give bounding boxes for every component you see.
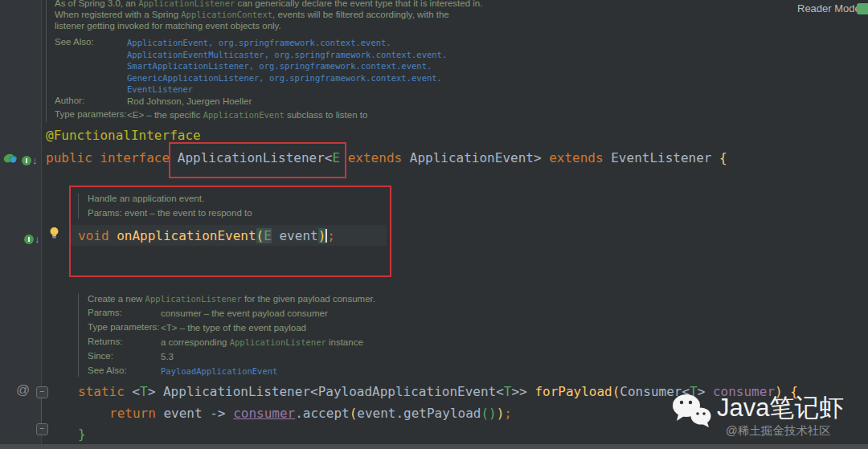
type-params-label: Type parameters:: [88, 322, 159, 332]
code-token: <E> – the specific: [127, 110, 203, 120]
code-token: event: [163, 406, 210, 421]
code-token: extends: [549, 150, 611, 165]
type-params-value: <E> – the specific ApplicationEvent subc…: [127, 109, 367, 120]
watermark-title: Java笔记虾: [717, 391, 844, 425]
code-token: ->: [210, 406, 233, 421]
code-token: forPayload: [534, 384, 612, 399]
reader-mode-label[interactable]: Reader Mode: [797, 2, 861, 14]
annotation-box-method: [69, 186, 391, 277]
fold-marker-icon[interactable]: −: [36, 423, 48, 435]
doc-comment-guide: [78, 293, 79, 377]
javadoc-line: As of Spring 3.0, an ApplicationListener…: [55, 0, 482, 9]
code-token: , events will be filtered accordingly, w…: [272, 10, 449, 19]
code-token: @FunctionalInterface: [46, 128, 201, 143]
code-token: ApplicationListener: [138, 0, 235, 8]
returns-value: a corresponding ApplicationListener inst…: [161, 337, 363, 348]
see-also-link[interactable]: ApplicationEventMulticaster, org.springf…: [127, 49, 447, 60]
params-label: Params:: [88, 308, 122, 317]
see-also-label: See Also:: [55, 37, 94, 47]
code-token: ApplicationListener: [230, 337, 326, 347]
code-token: (: [481, 406, 489, 421]
code-token: can generically declare the event type t…: [235, 0, 482, 8]
javadoc-line: listener getting invoked for matching ev…: [55, 20, 281, 31]
code-token: public interface: [46, 150, 178, 165]
code-token: .: [295, 406, 303, 421]
implemented-marker-icon[interactable]: ↓: [24, 231, 40, 246]
code-token: GenericApplicationListener, org.springfr…: [127, 73, 442, 83]
code-token: ApplicationEvent: [203, 110, 285, 120]
author-value: Rod Johnson, Juergen Hoeller: [127, 96, 252, 107]
see-also-link[interactable]: SmartApplicationListener, org.springfram…: [127, 60, 432, 71]
code-token: SmartApplicationListener, org.springfram…: [127, 61, 432, 71]
code-token: }: [78, 427, 86, 442]
since-label: Since:: [88, 351, 113, 361]
see-also-link[interactable]: ApplicationEvent, org.springframework.co…: [127, 37, 391, 48]
code-token: ApplicationEvent, org.springframework.co…: [127, 38, 391, 47]
gear-icon[interactable]: [857, 3, 868, 14]
ide-editor: Reader Mode As of Spring 3.0, an Applica…: [0, 0, 868, 449]
code-token: accept: [303, 406, 350, 421]
code-token: <: [132, 384, 140, 399]
code-token: ApplicationListener<PayloadApplicationEv…: [163, 384, 504, 399]
code-token: T: [140, 384, 148, 399]
code-token: 5.3: [161, 352, 174, 361]
code-token: return: [109, 406, 163, 421]
code-token: ApplicationEventMulticaster, org.springf…: [127, 50, 447, 59]
type-params-value: <T> – the type of the event payload: [161, 322, 306, 333]
code-token: >>: [511, 384, 534, 399]
implemented-marker-icon[interactable]: ↓: [22, 153, 38, 167]
see-also-label: See Also:: [88, 365, 127, 375]
code-token: ): [497, 406, 505, 421]
code-token: ApplicationContext: [181, 10, 272, 19]
code-token: Create a new: [88, 294, 145, 304]
code-token: {: [719, 150, 727, 165]
javadoc-line: When registered with a Spring Applicatio…: [55, 9, 449, 20]
code-token: ): [489, 406, 497, 421]
code-token: (: [350, 406, 358, 421]
returns-label: Returns:: [88, 337, 122, 346]
code-line-interface-decl[interactable]: public interface ApplicationListener<E e…: [46, 150, 727, 166]
since-value: 5.3: [161, 351, 174, 362]
spring-bean-icon[interactable]: [3, 151, 21, 169]
code-token: a corresponding: [161, 337, 230, 347]
code-token: (: [612, 384, 620, 399]
see-also-link[interactable]: EventListener: [127, 84, 193, 95]
code-token: ;: [504, 406, 512, 421]
code-token: extends: [348, 150, 410, 165]
code-line-return[interactable]: return event -> consumer.accept(event.ge…: [109, 406, 512, 422]
code-token: <T> – the type of the event payload: [161, 323, 306, 333]
lightbulb-icon[interactable]: [48, 227, 60, 243]
fold-connector: [41, 398, 42, 423]
code-token: consumer – the event payload consumer: [161, 308, 328, 318]
code-token: >: [148, 384, 163, 399]
code-token: When registered with a Spring: [55, 10, 181, 19]
annotation-gutter-char: @: [16, 382, 30, 398]
code-token: As of Spring 3.0, an: [55, 0, 138, 8]
see-also-link[interactable]: PayloadApplicationEvent: [161, 365, 277, 377]
fold-marker-icon[interactable]: −: [36, 386, 48, 398]
params-value: consumer – the event payload consumer: [161, 308, 328, 319]
type-params-label: Type parameters:: [55, 109, 126, 119]
code-token: EventListener: [611, 150, 719, 165]
code-token: >: [534, 150, 549, 165]
code-line-close-brace[interactable]: }: [78, 427, 86, 443]
see-also-link[interactable]: GenericApplicationListener, org.springfr…: [127, 72, 442, 84]
code-token: for the given payload consumer.: [242, 294, 375, 304]
watermark-subtitle: @稀土掘金技术社区: [726, 423, 831, 439]
code-token: ApplicationListener: [145, 294, 242, 304]
code-token: listener getting invoked for matching ev…: [55, 21, 281, 31]
code-token: PayloadApplicationEvent: [161, 366, 277, 376]
bottom-edge: [0, 444, 868, 449]
code-token: instance: [326, 337, 363, 347]
wechat-icon: [670, 392, 714, 432]
code-token: static: [78, 384, 132, 399]
annotation-box-interface-name: [169, 142, 346, 178]
code-token: consumer: [233, 406, 295, 421]
code-token: subclass to listen to: [285, 110, 368, 120]
gutter-separator: [41, 0, 42, 449]
javadoc-line: Create a new ApplicationListener for the…: [88, 293, 375, 304]
author-label: Author:: [55, 96, 84, 105]
code-token: EventListener: [127, 84, 193, 94]
code-token: event.getPayload: [357, 406, 481, 421]
code-line-annotation[interactable]: @FunctionalInterface: [46, 128, 201, 144]
